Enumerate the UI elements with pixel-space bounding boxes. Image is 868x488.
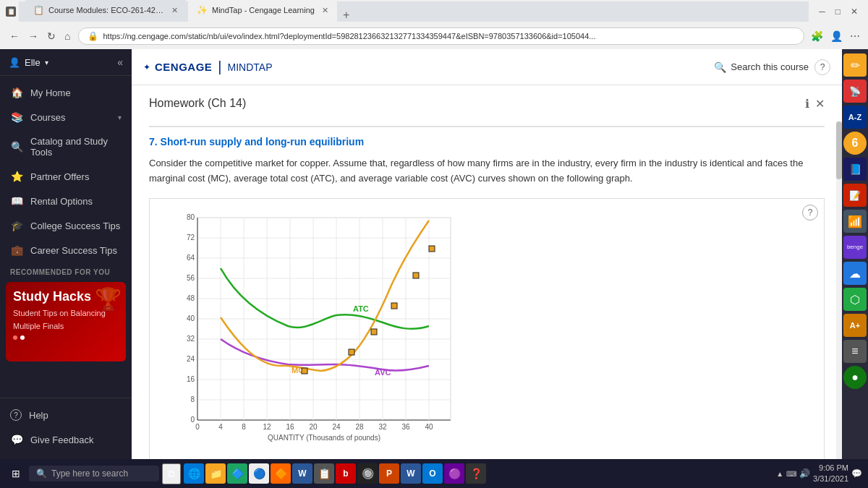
notification-icon[interactable]: 💬 <box>851 468 862 479</box>
az-icon[interactable]: A-Z <box>843 106 867 129</box>
taskbar-help-icon[interactable]: ❓ <box>466 463 486 484</box>
profile-button[interactable]: 👤 <box>828 28 845 44</box>
benge-icon[interactable]: benge <box>843 236 867 259</box>
tab-1[interactable]: 📋 Course Modules: ECO-261-42 -... ✕ <box>25 0 187 22</box>
logo-cengage: CENGAGE <box>155 61 212 73</box>
new-tab-button[interactable]: + <box>339 9 354 22</box>
taskbar-app12-icon[interactable]: 🟣 <box>444 463 464 484</box>
more-button[interactable]: ⋯ <box>848 28 862 44</box>
taskbar-word-icon[interactable]: W <box>292 463 312 484</box>
sidebar-item-help[interactable]: ? Help <box>0 403 132 427</box>
taskbar-outlook-icon[interactable]: O <box>422 463 443 484</box>
status-icon[interactable]: ● <box>843 366 867 389</box>
green-tool-icon[interactable]: ⬡ <box>843 288 867 311</box>
svg-text:24: 24 <box>332 423 341 431</box>
tray-up-icon[interactable]: ▲ <box>776 470 783 478</box>
url-bar[interactable]: 🔒 https://ng.cengage.com/static/nb/ui/ev… <box>78 27 804 45</box>
tab-1-favicon: 📋 <box>33 5 44 15</box>
svg-text:36: 36 <box>401 423 410 431</box>
svg-text:8: 8 <box>242 423 246 431</box>
help-button[interactable]: ? <box>814 59 830 75</box>
sidebar-collapse-button[interactable]: « <box>117 56 123 68</box>
book-icon[interactable]: 📘 <box>843 158 867 181</box>
pencil-tool-icon[interactable]: ✏ <box>843 53 867 77</box>
keyboard-icon[interactable]: ⌨ <box>786 470 796 478</box>
lines-icon[interactable]: ≡ <box>843 340 867 363</box>
wifi-tool-icon[interactable]: 📶 <box>843 210 867 233</box>
recommended-banner[interactable]: 🏆 Study Hacks Student Tips on Balancing … <box>6 282 126 361</box>
taskbar-app9-icon[interactable]: 🔘 <box>357 463 378 484</box>
taskbar-edge-icon[interactable]: 🌐 <box>184 463 204 484</box>
taskbar-word2-icon[interactable]: W <box>401 463 421 484</box>
start-button[interactable]: ⊞ <box>6 465 26 482</box>
info-button[interactable]: ℹ <box>805 97 809 111</box>
sidebar-item-partner-offers[interactable]: ⭐ Partner Offers <box>0 164 132 189</box>
sidebar-item-courses[interactable]: 📚 Courses ▾ <box>0 105 132 129</box>
title-bar: 📋 📋 Course Modules: ECO-261-42 -... ✕ ✨ … <box>0 0 868 23</box>
sidebar-item-label: My Home <box>30 87 122 98</box>
minimize-button[interactable]: ─ <box>814 5 830 18</box>
maximize-button[interactable]: □ <box>831 5 845 18</box>
partner-icon: ⭐ <box>10 171 23 182</box>
taskbar-app5-icon[interactable]: 🔶 <box>271 463 291 484</box>
sidebar-user[interactable]: 👤 Elle ▾ <box>9 57 48 68</box>
back-button[interactable]: ← <box>6 28 23 44</box>
close-content-button[interactable]: ✕ <box>815 97 825 111</box>
notepad-icon[interactable]: 📝 <box>843 184 867 207</box>
sidebar-item-rental-options[interactable]: 📖 Rental Options <box>0 189 132 213</box>
taskbar-search[interactable]: 🔍 Type here to search <box>29 466 159 481</box>
rss-icon[interactable]: 📡 <box>843 80 867 103</box>
extensions-button[interactable]: 🧩 <box>809 28 825 44</box>
taskbar-ppt-icon[interactable]: P <box>379 463 399 484</box>
tab-2-close[interactable]: ✕ <box>322 6 328 15</box>
scroll-thumb[interactable] <box>836 121 842 179</box>
close-button[interactable]: ✕ <box>846 5 862 18</box>
scroll-track[interactable] <box>836 121 842 459</box>
tab-2[interactable]: ✨ MindTap - Cengage Learning ✕ <box>188 0 337 22</box>
svg-text:64: 64 <box>187 254 195 262</box>
sidebar: 👤 Elle ▾ « 🏠 My Home 📚 Courses ▾ 🔍 Catal… <box>0 49 132 459</box>
cloud-icon[interactable]: ☁ <box>843 262 867 285</box>
svg-text:80: 80 <box>187 213 195 221</box>
search-box[interactable]: 🔍 Search this course <box>714 61 809 73</box>
taskbar-app7-icon[interactable]: 📋 <box>314 463 334 484</box>
college-icon: 🎓 <box>10 220 23 231</box>
taskbar-app8-icon[interactable]: b <box>336 463 356 484</box>
sidebar-header: 👤 Elle ▾ « <box>0 49 132 76</box>
system-clock[interactable]: 9:06 PM 3/31/2021 <box>813 463 848 485</box>
help-icon: ? <box>10 409 22 421</box>
refresh-button[interactable]: ↻ <box>43 28 59 44</box>
svg-rect-48 <box>349 349 354 355</box>
tab-1-close[interactable]: ✕ <box>171 6 178 15</box>
svg-text:72: 72 <box>187 234 195 241</box>
orange-tool-icon[interactable]: 6 <box>843 132 867 155</box>
date-display: 3/31/2021 <box>813 474 848 484</box>
sidebar-item-catalog[interactable]: 🔍 Catalog and Study Tools <box>0 129 132 164</box>
svg-rect-50 <box>391 303 397 309</box>
sidebar-item-feedback[interactable]: 💬 Give Feedback <box>0 427 132 452</box>
sidebar-item-college-success[interactable]: 🎓 College Success Tips <box>0 213 132 238</box>
time-display: 9:06 PM <box>813 463 848 474</box>
sidebar-item-career-success[interactable]: 💼 Career Success Tips <box>0 238 132 262</box>
grade-icon[interactable]: A+ <box>843 314 867 337</box>
home-button[interactable]: ⌂ <box>61 28 74 44</box>
user-dropdown-icon: ▾ <box>45 59 48 67</box>
sidebar-item-my-home[interactable]: 🏠 My Home <box>0 80 132 105</box>
svg-text:16: 16 <box>187 375 195 383</box>
user-icon: 👤 <box>9 57 20 68</box>
right-panel: ✏ 📡 A-Z 6 📘 📝 📶 benge ☁ ⬡ A+ ≡ ● <box>842 49 868 459</box>
taskbar-app-icons: 🌐 📁 🔷 🔵 🔶 W 📋 b 🔘 P W O 🟣 ❓ <box>184 463 486 484</box>
volume-icon[interactable]: 🔊 <box>799 468 810 479</box>
search-area: 🔍 Search this course ? <box>714 59 830 75</box>
taskbar-explorer-icon[interactable]: 📁 <box>205 463 226 484</box>
taskbar-app3-icon[interactable]: 🔷 <box>227 463 247 484</box>
search-icon: 🔍 <box>36 468 47 479</box>
forward-button[interactable]: → <box>25 28 42 44</box>
taskbar-chrome-icon[interactable]: 🔵 <box>249 463 269 484</box>
question-text: Consider the competitive market for copp… <box>149 156 825 187</box>
browser-chrome: 📋 📋 Course Modules: ECO-261-42 -... ✕ ✨ … <box>0 0 868 49</box>
content-divider <box>149 126 825 127</box>
taskview-button[interactable]: ⧉ <box>162 463 181 484</box>
sidebar-nav: 🏠 My Home 📚 Courses ▾ 🔍 Catalog and Stud… <box>0 76 132 398</box>
taskbar: ⊞ 🔍 Type here to search ⧉ 🌐 📁 🔷 🔵 🔶 W 📋 … <box>0 459 868 488</box>
